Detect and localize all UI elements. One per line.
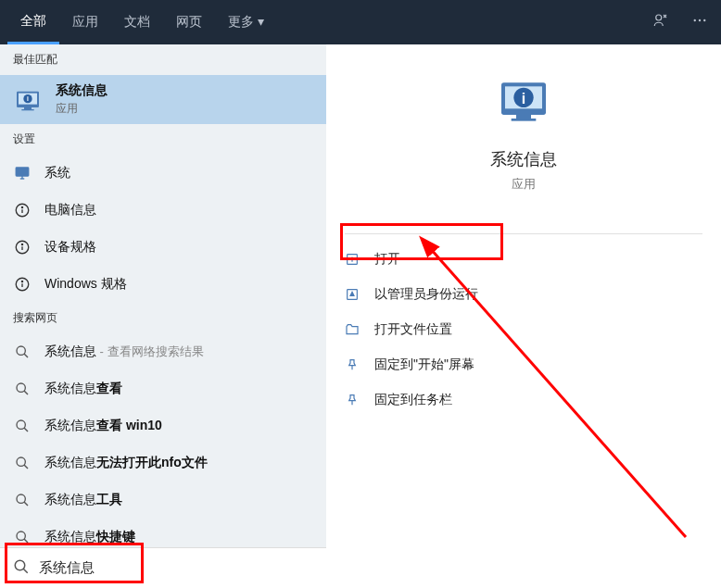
pin-icon [345,393,361,407]
svg-point-18 [21,244,22,244]
info-icon [13,238,32,256]
section-web: 搜索网页 [0,303,326,333]
settings-item[interactable]: 系统 [0,155,326,192]
open-icon [345,252,361,267]
monitor-icon [13,164,32,182]
svg-line-33 [24,539,28,543]
web-result-item[interactable]: 系统信息工具 [0,482,326,519]
tab-docs[interactable]: 文档 [111,0,163,44]
preview-title: 系统信息 [345,148,702,170]
svg-rect-6 [24,107,32,109]
action-label: 打开 [374,251,400,268]
svg-line-23 [24,354,28,357]
svg-point-42 [15,560,25,570]
svg-line-27 [24,428,28,432]
action-open[interactable]: 打开 [326,242,721,277]
search-icon [13,558,30,579]
info-icon [13,201,32,219]
svg-point-1 [694,19,696,21]
feedback-icon[interactable] [647,6,675,38]
svg-point-2 [699,19,701,21]
svg-line-43 [23,569,28,573]
tab-more[interactable]: 更多 ▾ [215,0,277,44]
action-pin[interactable]: 固定到任务栏 [326,382,721,418]
action-label: 固定到任务栏 [374,392,452,408]
svg-text:i: i [27,95,29,102]
svg-point-22 [17,346,25,355]
svg-point-21 [21,281,22,281]
search-icon [13,417,32,435]
system-info-app-icon: i [13,85,43,115]
svg-point-0 [656,15,662,20]
svg-point-3 [703,19,705,21]
best-match-subtitle: 应用 [56,101,313,117]
action-label: 固定到"开始"屏幕 [374,357,474,373]
svg-point-24 [17,383,25,392]
results-panel: 最佳匹配 i 系统信息 应用 设置 系统电脑信息设备规格Windows 规格 搜… [0,44,326,588]
svg-rect-7 [21,109,33,110]
web-result-title: 系统信息查看 [44,381,313,397]
svg-point-26 [17,420,25,429]
svg-point-32 [17,532,25,540]
web-result-item[interactable]: 系统信息无法打开此nfo文件 [0,444,326,482]
web-result-item[interactable]: 系统信息查看 [0,370,326,407]
web-result-title: 系统信息查看 win10 [44,418,313,434]
svg-point-28 [17,457,25,466]
action-admin[interactable]: 以管理员身份运行 [326,277,721,312]
divider [345,233,702,234]
info-icon [13,275,32,294]
preview-panel: i 系统信息 应用 打开以管理员身份运行打开文件位置固定到"开始"屏幕固定到任务… [326,44,721,588]
action-pin[interactable]: 固定到"开始"屏幕 [326,347,721,382]
action-folder[interactable]: 打开文件位置 [326,312,721,347]
more-options-icon[interactable] [686,6,714,38]
admin-icon [345,287,361,302]
settings-item[interactable]: 设备规格 [0,229,326,266]
tab-all[interactable]: 全部 [7,0,59,44]
svg-line-25 [24,391,28,394]
settings-item-title: 系统 [44,165,313,181]
preview-subtitle: 应用 [345,176,702,193]
web-result-title: 系统信息快捷键 [44,529,313,545]
search-icon [13,380,32,398]
best-match-result[interactable]: i 系统信息 应用 [0,75,326,124]
search-bar [0,547,326,588]
tab-apps[interactable]: 应用 [59,0,111,44]
settings-item-title: 设备规格 [44,239,313,256]
search-icon [13,491,32,509]
folder-icon [345,322,361,337]
settings-item-title: 电脑信息 [44,202,313,219]
svg-rect-37 [512,119,537,121]
search-icon [13,454,32,472]
action-label: 以管理员身份运行 [374,286,478,303]
svg-rect-10 [16,168,29,176]
settings-item[interactable]: Windows 规格 [0,266,326,303]
svg-point-30 [17,494,25,503]
web-result-item[interactable]: 系统信息查看 win10 [0,407,326,444]
pin-icon [345,357,361,372]
web-result-title: 系统信息无法打开此nfo文件 [44,455,313,471]
preview-app-icon: i [345,70,702,133]
best-match-title: 系统信息 [56,82,313,99]
settings-item[interactable]: 电脑信息 [0,192,326,229]
svg-rect-36 [516,115,531,119]
svg-point-15 [21,206,22,207]
settings-item-title: Windows 规格 [44,276,313,293]
web-result-title: 系统信息工具 [44,492,313,508]
svg-line-29 [24,465,28,469]
action-label: 打开文件位置 [374,321,452,338]
web-result-title: 系统信息 - 查看网络搜索结果 [44,344,313,360]
tab-web[interactable]: 网页 [163,0,215,44]
web-result-item[interactable]: 系统信息 - 查看网络搜索结果 [0,333,326,370]
search-header: 全部 应用 文档 网页 更多 ▾ [0,0,721,44]
search-icon [13,528,32,546]
main-content: 最佳匹配 i 系统信息 应用 设置 系统电脑信息设备规格Windows 规格 搜… [0,44,721,588]
section-best-match: 最佳匹配 [0,44,326,75]
search-icon [13,343,32,361]
section-settings: 设置 [0,124,326,155]
svg-line-31 [24,502,28,506]
svg-text:i: i [522,91,525,106]
search-input[interactable] [39,560,313,576]
